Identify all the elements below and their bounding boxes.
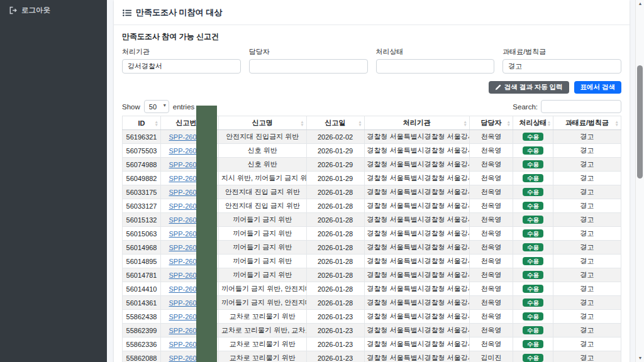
- status-badge: 수용: [523, 312, 543, 321]
- cell-manager: 천옥영: [469, 158, 513, 172]
- column-header[interactable]: 신고일▲▼: [306, 116, 364, 130]
- cell-penalty: 경고: [553, 172, 621, 185]
- filter-manager-input[interactable]: [249, 59, 368, 74]
- cell-id: 56033127: [123, 199, 161, 213]
- sort-arrows-icon: ▲▼: [155, 120, 158, 126]
- cell-report-date: 2026-01-28: [306, 255, 364, 268]
- filter-manager-label: 담당자: [249, 47, 368, 57]
- cell-manager: 천옥영: [469, 199, 513, 213]
- sort-arrows-icon: ▲▼: [547, 120, 551, 126]
- cell-id: 55862438: [123, 310, 161, 324]
- filter-status-label: 처리상태: [376, 47, 495, 57]
- scroll-up-arrow-icon[interactable]: ▲: [636, 0, 644, 8]
- cell-agency: 경찰청 서울특별시경찰청 서울강서경찰서: [364, 130, 469, 144]
- column-header[interactable]: ID▲▼: [123, 116, 161, 130]
- cell-report-date: 2026-01-28: [306, 296, 364, 310]
- cell-report-name: 끼어들기 금지 위반: [219, 227, 307, 241]
- cell-report-date: 2026-01-28: [306, 185, 364, 199]
- cell-penalty: 경고: [553, 310, 621, 324]
- cell-agency: 경찰청 서울특별시경찰청 서울강서경찰서: [364, 172, 469, 185]
- cell-report-name: 안전지대 진입금지 위반: [219, 130, 307, 144]
- cell-agency: 경찰청 서울특별시경찰청 서울강서경찰서: [364, 255, 469, 268]
- cell-manager: 김미진: [469, 351, 513, 362]
- cell-agency: 경찰청 서울특별시경찰청 서울강서경찰서: [364, 310, 469, 324]
- vertical-scrollbar[interactable]: ▲ ▼: [635, 0, 644, 362]
- cell-report-name: 교차로 꼬리물기 위반: [219, 337, 307, 351]
- cell-status: 수용: [513, 324, 553, 337]
- cell-penalty: 경고: [553, 185, 621, 199]
- table-search-label: 표에서 검색: [580, 83, 615, 92]
- cell-report-date: 2026-01-28: [306, 241, 364, 255]
- filter-agency-label: 처리기관: [122, 47, 241, 57]
- cell-id: 56075503: [123, 144, 161, 158]
- cell-status: 수용: [513, 130, 553, 144]
- cell-report-date: 2026-01-28: [306, 213, 364, 227]
- cell-id: 56015063: [123, 227, 161, 241]
- cell-status: 수용: [513, 213, 553, 227]
- cell-report-name: 교차로 꼬리물기 위반, 교차로 통…: [219, 324, 307, 337]
- column-header[interactable]: 과태료/범칙금▲▼: [553, 116, 621, 130]
- status-badge: 수용: [523, 202, 543, 211]
- cell-status: 수용: [513, 337, 553, 351]
- sort-arrows-icon: ▲▼: [463, 120, 467, 126]
- status-badge: 수용: [523, 340, 543, 349]
- cell-report-name: 신호 위반: [219, 144, 307, 158]
- page-size-select-wrap: 50 ▾: [144, 100, 169, 113]
- cell-status: 수용: [513, 144, 553, 158]
- green-overlay-image: [196, 106, 217, 362]
- page-title: 만족도조사 미참여 대상: [136, 7, 222, 18]
- cell-manager: 천옥영: [469, 337, 513, 351]
- table-search-button[interactable]: 표에서 검색: [574, 81, 621, 94]
- column-header[interactable]: 처리기관▲▼: [364, 116, 469, 130]
- cell-report-date: 2026-01-28: [306, 268, 364, 282]
- table-search-input[interactable]: [541, 100, 621, 113]
- cell-penalty: 경고: [553, 144, 621, 158]
- cell-report-name: 교차로 꼬리물기 위반: [219, 310, 307, 324]
- cell-status: 수용: [513, 296, 553, 310]
- cell-report-name: 신호 위반: [219, 158, 307, 172]
- cell-penalty: 경고: [553, 296, 621, 310]
- column-header-label: 과태료/범칙금: [565, 119, 609, 126]
- cell-penalty: 경고: [553, 268, 621, 282]
- cell-status: 수용: [513, 158, 553, 172]
- cell-penalty: 경고: [553, 282, 621, 296]
- column-header[interactable]: 담당자▲▼: [469, 116, 513, 130]
- cell-report-date: 2026-01-23: [306, 351, 364, 362]
- status-badge: 수용: [523, 243, 543, 252]
- cell-status: 수용: [513, 255, 553, 268]
- cell-manager: 천옥영: [469, 130, 513, 144]
- content-card: 만족도조사 미참여 대상 만족도조사 참여 가능 신고건 처리기관 담당자 처리…: [114, 0, 630, 362]
- column-header-label: ID: [138, 119, 145, 127]
- logout-button[interactable]: 로그아웃: [0, 0, 107, 21]
- cell-manager: 천옥영: [469, 310, 513, 324]
- cell-manager: 천옥영: [469, 227, 513, 241]
- cell-status: 수용: [513, 310, 553, 324]
- column-header[interactable]: 처리상태▲▼: [513, 116, 553, 130]
- filter-agency-input[interactable]: [122, 59, 241, 74]
- cell-status: 수용: [513, 227, 553, 241]
- auto-fill-button[interactable]: 검색 결과 자동 입력: [489, 81, 569, 94]
- cell-id: 55862088: [123, 351, 161, 362]
- cell-id: 56049882: [123, 172, 161, 185]
- status-badge: 수용: [523, 216, 543, 224]
- filter-status-input[interactable]: [376, 59, 495, 74]
- cell-penalty: 경고: [553, 199, 621, 213]
- cell-status: 수용: [513, 172, 553, 185]
- main-content: 만족도조사 미참여 대상 만족도조사 참여 가능 신고건 처리기관 담당자 처리…: [107, 0, 635, 362]
- column-header[interactable]: 신고명▲▼: [219, 116, 307, 130]
- cell-status: 수용: [513, 199, 553, 213]
- scroll-down-arrow-icon[interactable]: ▼: [636, 354, 644, 362]
- cell-report-name: 끼어들기 금지 위반, 안전지대 진…: [219, 296, 307, 310]
- cell-agency: 경찰청 서울특별시경찰청 서울강서경찰서: [364, 227, 469, 241]
- column-header-label: 처리기관: [403, 119, 431, 126]
- filter-penalty: 과태료/범칙금: [502, 47, 621, 74]
- status-badge: 수용: [523, 326, 543, 335]
- page-size-select[interactable]: 50: [144, 100, 169, 113]
- scrollbar-thumb[interactable]: [637, 65, 643, 178]
- cell-report-name: 교차로 꼬리물기 위반: [219, 351, 307, 362]
- cell-id: 56014410: [123, 282, 161, 296]
- status-badge: 수용: [523, 188, 543, 197]
- filter-penalty-input[interactable]: [502, 59, 621, 74]
- cell-penalty: 경고: [553, 241, 621, 255]
- cell-agency: 경찰청 서울특별시경찰청 서울강서경찰서: [364, 158, 469, 172]
